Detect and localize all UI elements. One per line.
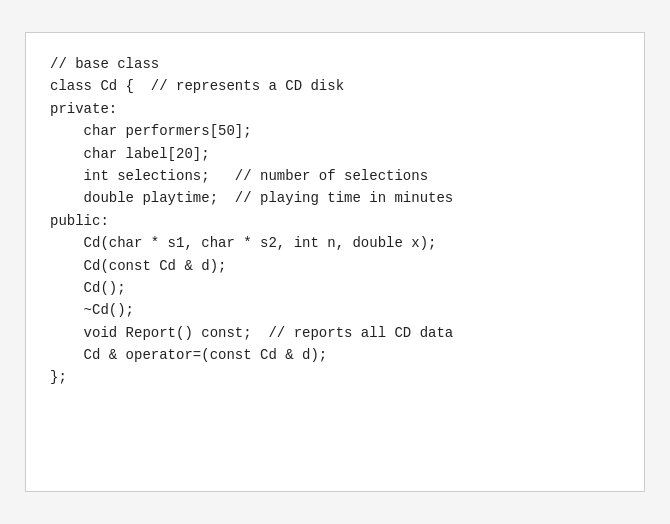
line-7: double playtime; // playing time in minu…: [50, 187, 620, 209]
line-3: private:: [50, 98, 620, 120]
line-15: };: [50, 366, 620, 388]
line-5: char label[20];: [50, 143, 620, 165]
code-block: // base classclass Cd { // represents a …: [50, 53, 620, 389]
line-10: Cd(const Cd & d);: [50, 255, 620, 277]
line-14: Cd & operator=(const Cd & d);: [50, 344, 620, 366]
line-12: ~Cd();: [50, 299, 620, 321]
line-9: Cd(char * s1, char * s2, int n, double x…: [50, 232, 620, 254]
line-2: class Cd { // represents a CD disk: [50, 75, 620, 97]
line-13: void Report() const; // reports all CD d…: [50, 322, 620, 344]
line-6: int selections; // number of selections: [50, 165, 620, 187]
line-1: // base class: [50, 53, 620, 75]
line-11: Cd();: [50, 277, 620, 299]
line-8: public:: [50, 210, 620, 232]
code-container: // base classclass Cd { // represents a …: [25, 32, 645, 492]
line-4: char performers[50];: [50, 120, 620, 142]
